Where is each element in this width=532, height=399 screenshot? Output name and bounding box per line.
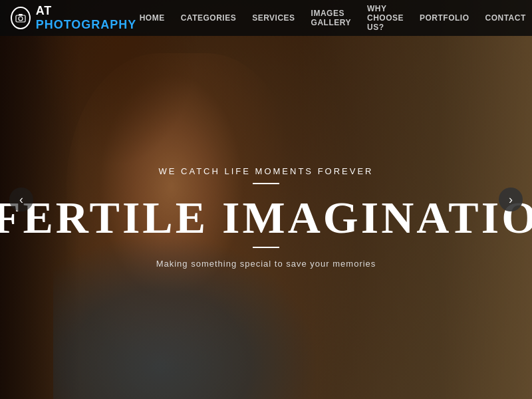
hero-title: FERTILE IMAGINATIO xyxy=(0,195,532,240)
hero-section: AT PHOTOGRAPHY HOME CATEGORIES SERVICES … xyxy=(0,0,532,399)
logo-text: AT PHOTOGRAPHY xyxy=(36,4,140,32)
site-header: AT PHOTOGRAPHY HOME CATEGORIES SERVICES … xyxy=(0,0,532,36)
nav-services[interactable]: SERVICES xyxy=(252,13,295,23)
hero-divider-bottom xyxy=(253,247,279,248)
nav-images-gallery[interactable]: IMAGES GALLERY xyxy=(311,9,351,27)
nav-home[interactable]: HOME xyxy=(140,13,165,23)
nav-contact[interactable]: CONTACT xyxy=(485,13,526,23)
logo-link[interactable]: AT PHOTOGRAPHY xyxy=(11,4,140,32)
nav-categories[interactable]: CATEGORIES xyxy=(181,13,236,23)
hero-divider-top xyxy=(253,183,279,184)
nav-why-choose-us[interactable]: WHY CHOOSE US? xyxy=(367,4,404,32)
main-nav: HOME CATEGORIES SERVICES IMAGES GALLERY … xyxy=(140,4,532,32)
svg-rect-2 xyxy=(19,14,23,16)
hero-subtitle: Making something special to save your me… xyxy=(156,259,376,269)
nav-portfolio[interactable]: PORTFOLIO xyxy=(420,13,469,23)
prev-slide-button[interactable]: ‹ xyxy=(9,188,33,211)
svg-point-1 xyxy=(19,17,23,21)
hero-tagline: WE CATCH LIFE MOMENTS FOREVER xyxy=(159,166,374,176)
next-slide-button[interactable]: › xyxy=(499,188,523,211)
camera-icon xyxy=(11,7,31,29)
hero-content: WE CATCH LIFE MOMENTS FOREVER FERTILE IM… xyxy=(0,0,532,399)
